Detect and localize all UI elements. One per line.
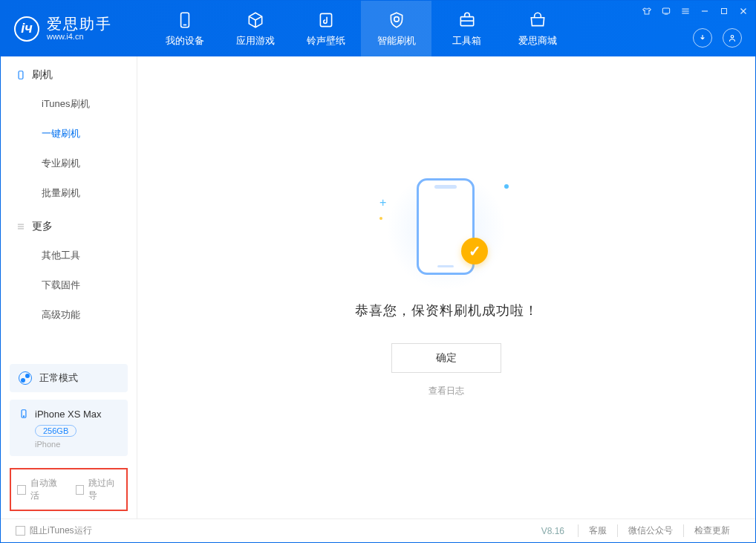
sidebar-item-advanced[interactable]: 高级功能 <box>1 300 137 330</box>
success-message: 恭喜您，保资料刷机成功啦！ <box>355 302 538 319</box>
svg-rect-2 <box>320 13 331 26</box>
checkbox-icon <box>17 485 26 495</box>
logo-area: iч 爱思助手 www.i4.cn <box>1 16 149 41</box>
window-controls <box>641 5 749 17</box>
device-type: iPhone <box>35 440 119 449</box>
menu-icon[interactable] <box>680 5 691 17</box>
tab-apps-games[interactable]: 应用游戏 <box>220 1 290 56</box>
view-log-link[interactable]: 查看日志 <box>428 385 464 397</box>
app-window: iч 爱思助手 www.i4.cn 我的设备 应用游戏 铃声壁纸 智能刷机 <box>0 0 756 543</box>
tab-smart-flash[interactable]: 智能刷机 <box>361 1 431 56</box>
toolbox-icon <box>457 10 477 30</box>
svg-point-20 <box>23 416 24 417</box>
body: 刷机 iTunes刷机 一键刷机 专业刷机 批量刷机 更多 其他工具 下载固件 … <box>1 56 755 518</box>
minimize-button[interactable] <box>699 5 711 17</box>
brand-name: 爱思助手 <box>47 16 112 32</box>
svg-point-3 <box>394 16 399 22</box>
checkbox-icon <box>76 485 85 495</box>
tab-my-device[interactable]: 我的设备 <box>149 1 220 56</box>
sidebar-item-batch-flash[interactable]: 批量刷机 <box>1 178 137 208</box>
tab-ringtones-wallpapers[interactable]: 铃声壁纸 <box>290 1 361 56</box>
titlebar: iч 爱思助手 www.i4.cn 我的设备 应用游戏 铃声壁纸 智能刷机 <box>1 1 755 56</box>
sidebar: 刷机 iTunes刷机 一键刷机 专业刷机 批量刷机 更多 其他工具 下载固件 … <box>1 56 137 518</box>
checkbox-block-itunes[interactable]: 阻止iTunes运行 <box>16 524 92 537</box>
device-name: iPhone XS Max <box>35 409 102 420</box>
list-icon <box>16 221 26 232</box>
check-update-link[interactable]: 检查更新 <box>683 524 740 537</box>
svg-rect-15 <box>19 71 23 79</box>
wechat-link[interactable]: 微信公众号 <box>617 524 683 537</box>
statusbar: 阻止iTunes运行 V8.16 客服 微信公众号 检查更新 <box>1 518 755 542</box>
svg-rect-6 <box>662 8 669 13</box>
user-button[interactable] <box>723 28 742 48</box>
svg-rect-11 <box>722 9 727 14</box>
tab-shop[interactable]: 爱思商城 <box>502 1 573 56</box>
shield-icon <box>387 10 406 30</box>
sidebar-item-other-tools[interactable]: 其他工具 <box>1 241 137 270</box>
sidebar-item-oneclick-flash[interactable]: 一键刷机 <box>1 119 137 149</box>
sidebar-item-pro-flash[interactable]: 专业刷机 <box>1 149 137 178</box>
top-tabs: 我的设备 应用游戏 铃声壁纸 智能刷机 工具箱 爱思商城 <box>149 1 573 56</box>
shop-icon <box>528 10 547 30</box>
phone-small-icon <box>19 407 29 420</box>
device-card[interactable]: iPhone XS Max 256GB iPhone <box>10 400 128 456</box>
phone-icon <box>175 10 195 30</box>
brand-url: www.i4.cn <box>47 32 112 41</box>
sidebar-item-download-firmware[interactable]: 下载固件 <box>1 270 137 300</box>
mode-label: 正常模式 <box>39 371 78 385</box>
sidebar-item-itunes-flash[interactable]: iTunes刷机 <box>1 89 137 119</box>
confirm-button[interactable]: 确定 <box>391 343 501 373</box>
music-icon <box>316 10 336 30</box>
success-illustration: + ✓ <box>402 178 491 282</box>
storage-badge: 256GB <box>35 425 76 437</box>
sidebar-section-more: 更多 <box>1 208 137 241</box>
bottom-options-highlight: 自动激活 跳过向导 <box>10 468 128 511</box>
checkbox-icon <box>16 526 25 536</box>
tab-toolbox[interactable]: 工具箱 <box>431 1 502 56</box>
logo-icon: iч <box>14 16 39 42</box>
download-button[interactable] <box>693 28 712 48</box>
checkbox-auto-activate[interactable]: 自动激活 <box>17 477 62 502</box>
version-label: V8.16 <box>541 526 564 536</box>
cube-icon <box>246 10 265 30</box>
tshirt-icon[interactable] <box>641 5 653 17</box>
support-link[interactable]: 客服 <box>578 524 617 537</box>
main-content: + ✓ 恭喜您，保资料刷机成功啦！ 确定 查看日志 <box>137 56 755 518</box>
feedback-icon[interactable] <box>660 5 672 17</box>
close-button[interactable] <box>737 5 749 17</box>
svg-point-14 <box>731 36 734 39</box>
checkbox-skip-guide[interactable]: 跳过向导 <box>76 477 121 502</box>
sidebar-section-flash: 刷机 <box>1 56 137 89</box>
device-icon <box>16 69 26 81</box>
check-badge-icon: ✓ <box>461 238 488 264</box>
mode-card[interactable]: 正常模式 <box>10 364 128 392</box>
mode-icon <box>19 371 32 385</box>
user-area <box>693 28 742 48</box>
maximize-button[interactable] <box>718 5 730 17</box>
